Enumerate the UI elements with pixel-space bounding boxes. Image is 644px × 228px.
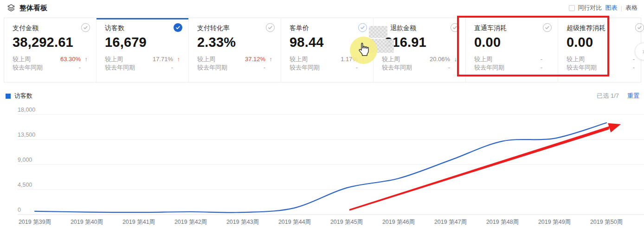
check-circle-icon[interactable]: [543, 23, 552, 32]
metric-card[interactable]: 超级推荐消耗0.00较上周-较去年同期-: [558, 18, 644, 82]
up-arrow-icon: ↑: [265, 55, 272, 63]
compare-label: 较去年同期: [105, 63, 135, 72]
mosaic-censor-patch: [369, 26, 387, 38]
metric-compare-row: 较上周-: [474, 55, 549, 63]
compare-label: 较上周: [567, 55, 585, 63]
mosaic-censor-patch: [370, 39, 394, 53]
metric-compare-row: 较去年同期-: [290, 63, 365, 72]
check-circle-icon[interactable]: [81, 23, 90, 32]
svg-text:2019 第41周: 2019 第41周: [122, 219, 155, 225]
compare-label: 较上周: [474, 55, 492, 63]
peer-compare-label: 同行对比: [578, 4, 602, 12]
svg-text:2019 第39周: 2019 第39周: [19, 219, 51, 225]
metric-title: 客单价: [290, 24, 365, 32]
metric-compare-row: 较去年同期-: [105, 63, 180, 72]
metric-card[interactable]: 访客数16,679较上周17.71%↑较去年同期-: [97, 18, 189, 82]
metric-compare-row: 较去年同期-: [382, 63, 457, 72]
compare-value: -: [492, 55, 542, 63]
metric-card[interactable]: 支付金额38,292.61较上周63.30%↑较去年同期-: [4, 18, 97, 82]
metric-cards-row: 支付金额38,292.61较上周63.30%↑较去年同期-访客数16,679较上…: [4, 18, 641, 82]
up-arrow-icon: ↑: [173, 55, 180, 63]
visitors-trend-chart: 04,5009,00013,50018,000 2019 第39周2019 第4…: [0, 103, 644, 228]
compare-label: 较去年同期: [474, 63, 504, 72]
compare-label: 较上周: [13, 55, 31, 63]
metric-compare-row: 较上周20.06%↓: [382, 55, 457, 63]
compare-label: 较上周: [197, 55, 215, 63]
tab-divider: |: [621, 5, 622, 12]
compare-value: 1.17%: [308, 55, 358, 63]
metric-title: 支付金额: [13, 24, 88, 32]
svg-text:2019 第49周: 2019 第49周: [538, 219, 571, 225]
metric-value: 38,292.61: [13, 35, 88, 50]
metric-value: 0.00: [567, 35, 642, 50]
legend-swatch[interactable]: [6, 94, 11, 99]
legend-series-label[interactable]: 访客数: [14, 92, 32, 100]
compare-value: -: [585, 55, 635, 63]
compare-value: -: [320, 63, 358, 72]
metric-compare-row: 较去年同期-: [567, 63, 642, 72]
metric-value: 2.33%: [197, 35, 272, 50]
svg-text:2019 第48周: 2019 第48周: [486, 219, 519, 225]
metric-title: 直通车消耗: [474, 24, 549, 32]
compare-value: -: [597, 63, 635, 72]
compare-value: -: [412, 63, 450, 72]
compare-value: -: [227, 63, 265, 72]
up-arrow-icon: ↑: [81, 55, 88, 63]
layers-icon: [6, 3, 16, 13]
compare-label: 较上周: [290, 55, 308, 63]
compare-value: 37.12%: [215, 55, 265, 63]
metric-compare-row: 较上周17.71%↑: [105, 55, 180, 63]
check-circle-icon[interactable]: [358, 23, 367, 32]
svg-text:2019 第42周: 2019 第42周: [174, 219, 207, 225]
check-circle-icon[interactable]: [635, 23, 644, 32]
trend-arrow-annotation: [349, 123, 621, 211]
compare-label: 较上周: [382, 55, 400, 63]
compare-value: -: [43, 63, 81, 72]
compare-label: 较去年同期: [382, 63, 412, 72]
svg-text:2019 第45周: 2019 第45周: [330, 219, 363, 225]
compare-label: 较去年同期: [567, 63, 597, 72]
up-arrow-icon: ↑: [358, 55, 365, 63]
metric-value: 98.44: [290, 35, 365, 50]
compare-value: -: [135, 63, 173, 72]
svg-text:0: 0: [18, 207, 21, 213]
metric-value: 0.00: [474, 35, 549, 50]
visitors-line-series[interactable]: [35, 123, 606, 213]
compare-label: 较去年同期: [197, 63, 227, 72]
metric-card[interactable]: 直通车消耗0.00较上周-较去年同期-: [466, 18, 558, 82]
chart-legend-bar: 访客数 已选 1/7 重置: [6, 92, 639, 100]
svg-text:2019 第50周: 2019 第50周: [590, 219, 623, 225]
chart-x-axis-labels: 2019 第39周2019 第40周2019 第41周2019 第42周2019…: [19, 219, 623, 225]
peer-compare-checkbox[interactable]: [569, 5, 575, 11]
compare-value: -: [504, 63, 542, 72]
check-circle-icon[interactable]: [451, 23, 459, 32]
metric-compare-row: 较去年同期-: [474, 63, 549, 72]
tab-chart[interactable]: 图表: [605, 4, 618, 12]
check-circle-icon[interactable]: [266, 23, 275, 32]
metric-compare-row: 较去年同期-: [197, 63, 272, 72]
reset-link[interactable]: 重置: [627, 92, 639, 100]
svg-text:2019 第47周: 2019 第47周: [434, 219, 467, 225]
svg-text:13,500: 13,500: [18, 132, 35, 138]
compare-value: 20.06%: [400, 55, 450, 63]
chart-y-axis-labels: 04,5009,00013,50018,000: [18, 107, 35, 213]
metric-compare-row: 较去年同期-: [13, 63, 88, 72]
metric-title: 支付转化率: [197, 24, 272, 32]
page-title: 整体看板: [19, 4, 47, 13]
svg-text:2019 第40周: 2019 第40周: [71, 219, 103, 225]
check-circle-selected-icon[interactable]: [174, 23, 182, 32]
metric-compare-row: 较上周-: [567, 55, 642, 63]
tab-table[interactable]: 表格: [625, 4, 638, 12]
compare-label: 较上周: [105, 55, 123, 63]
compare-value: 17.71%: [123, 55, 173, 63]
svg-text:4,500: 4,500: [18, 182, 32, 188]
compare-label: 较去年同期: [290, 63, 320, 72]
svg-text:2019 第43周: 2019 第43周: [226, 219, 259, 225]
metric-card[interactable]: 客单价98.44较上周1.17%↑较去年同期-: [281, 18, 374, 82]
svg-text:2019 第44周: 2019 第44周: [278, 219, 311, 225]
metric-compare-row: 较上周1.17%↑: [290, 55, 365, 63]
svg-text:9,000: 9,000: [18, 157, 32, 163]
metric-value: 16,679: [105, 35, 180, 50]
metric-title: 退款金额: [382, 24, 457, 32]
metric-card[interactable]: 支付转化率2.33%较上周37.12%↑较去年同期-: [189, 18, 281, 82]
